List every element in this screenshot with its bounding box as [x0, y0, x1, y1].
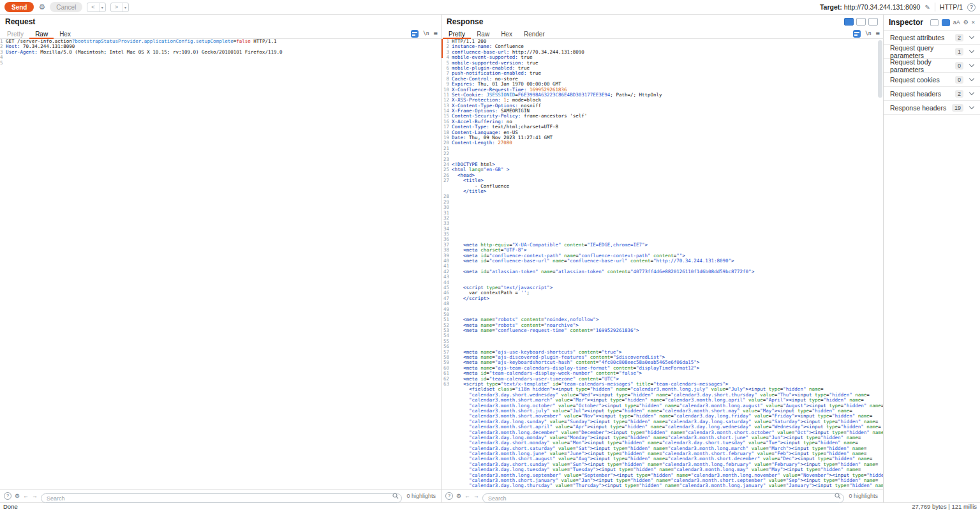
code-line: 20Content-Length: 27080 — [442, 140, 883, 146]
layout-split-vertical-icon[interactable] — [868, 18, 878, 26]
code-line: 42 <meta id="atlassian-token" name="atla… — [442, 269, 883, 274]
inspector-panel: Inspector aA ⚙ × Request attributes2Requ… — [884, 15, 980, 502]
request-panel-title: Request — [5, 17, 35, 26]
inspector-section-label: Request cookies — [890, 76, 955, 84]
request-panel-header: Request — [0, 15, 441, 29]
count-badge: 19 — [952, 104, 963, 112]
inspector-title: Inspector — [889, 18, 923, 27]
tab-pretty[interactable]: Pretty — [443, 29, 471, 39]
response-search-input[interactable] — [482, 493, 844, 503]
highlight-indicator-icon[interactable] — [853, 30, 861, 38]
code-line: 30 — [442, 205, 883, 210]
request-tabset: PrettyRawHex — [1, 29, 77, 38]
response-editor-icons: \n ≡ — [853, 29, 882, 38]
editor-menu-icon[interactable]: ≡ — [434, 30, 438, 37]
inspector-section-request-cookies[interactable]: Request cookies0 — [884, 73, 980, 87]
tab-raw[interactable]: Raw — [471, 29, 495, 39]
layout-toggle-group — [844, 18, 878, 26]
request-editor-icons: \n ≡ — [411, 29, 440, 38]
chevron-down-icon — [969, 104, 974, 109]
help-icon[interactable]: ? — [967, 3, 976, 11]
back-button[interactable]: < — [87, 3, 98, 11]
search-next-icon[interactable]: → — [32, 493, 38, 499]
chevron-down-icon — [969, 62, 974, 67]
tab-pretty[interactable]: Pretty — [1, 29, 29, 39]
count-badge: 0 — [955, 76, 963, 84]
inspector-section-request-body-parameters[interactable]: Request body parameters0 — [884, 59, 980, 73]
inspector-section-list: Request attributes2Request query paramet… — [884, 30, 980, 115]
response-stats: 27,769 bytes | 121 millis — [912, 503, 977, 510]
response-editor[interactable]: 1HTTP/1.1 2002instance-name: Confluence3… — [442, 39, 883, 489]
inspector-section-label: Request query parameters — [890, 44, 955, 59]
history-back-group: < ▾ — [87, 3, 105, 12]
search-prev-icon[interactable]: ← — [23, 493, 29, 499]
search-help-icon[interactable]: ? — [445, 492, 453, 500]
code-line: "calendar3.day.long.thursday" value="Thu… — [442, 483, 883, 488]
inspector-header-icons: aA ⚙ × — [930, 19, 975, 26]
request-highlight-count: 0 highlights — [405, 493, 437, 499]
inspector-settings-gear-icon[interactable]: ⚙ — [963, 20, 969, 26]
editor-menu-icon[interactable]: ≡ — [876, 30, 880, 37]
request-search-bar: ? ⚙ ← → 0 highlights — [0, 489, 441, 502]
forward-dropdown-caret-icon[interactable]: ▾ — [122, 3, 128, 11]
inspector-header: Inspector aA ⚙ × — [884, 15, 980, 30]
toolbar: Send ⚙ Cancel < ▾ > ▾ Target:http://70.3… — [0, 0, 980, 15]
layout-split-horizontal-icon[interactable] — [856, 18, 866, 26]
nonprinting-chars-icon[interactable]: \n — [423, 31, 429, 36]
search-prev-icon[interactable]: ← — [464, 493, 470, 499]
inspector-section-label: Request body parameters — [890, 58, 955, 73]
code-line: 25<html lang="en-GB" > — [442, 167, 883, 172]
edit-target-pencil-icon[interactable]: ✎ — [924, 4, 930, 11]
request-settings-gear-icon[interactable]: ⚙ — [38, 3, 45, 11]
request-search-input[interactable] — [41, 493, 402, 503]
request-editor[interactable]: 1GET /server-info.action?bootstrapStatus… — [0, 39, 441, 489]
main-area: Request PrettyRawHex \n ≡ 1GET /server-i… — [0, 15, 980, 502]
target-url: http://70.34.244.131:8090 — [844, 3, 921, 11]
response-panel-header: Response — [442, 15, 883, 29]
target-display: Target:http://70.34.244.131:8090 — [820, 3, 921, 11]
search-help-icon[interactable]: ? — [4, 492, 11, 500]
code-line: 21 — [442, 146, 883, 151]
forward-button[interactable]: > — [111, 3, 122, 11]
inspector-dock-icon[interactable] — [930, 19, 939, 26]
back-dropdown-caret-icon[interactable]: ▾ — [99, 3, 105, 11]
code-line: 54 — [442, 333, 883, 338]
code-line: 53 <meta name="confluence-request-time" … — [442, 328, 883, 333]
response-panel: Response PrettyRawHexRender \n ≡ 1HTTP/1… — [442, 15, 884, 502]
search-settings-gear-icon[interactable]: ⚙ — [15, 493, 20, 499]
code-line: 26 <head> — [442, 173, 883, 178]
send-button[interactable]: Send — [4, 2, 34, 12]
inspector-dock-active-icon[interactable] — [942, 19, 950, 26]
code-line: 46 var contextPath = ''; — [442, 290, 883, 296]
highlight-indicator-icon[interactable] — [411, 30, 419, 38]
layout-combined-icon[interactable] — [844, 18, 854, 26]
tab-render[interactable]: Render — [518, 29, 551, 39]
inspector-close-icon[interactable]: × — [972, 20, 975, 26]
search-next-icon[interactable]: → — [473, 493, 479, 499]
code-line: - Confluence — [442, 184, 883, 189]
response-tabset: PrettyRawHexRender — [443, 29, 551, 38]
http-version-selector[interactable]: HTTP/1 — [940, 3, 963, 11]
code-line: 4 — [0, 55, 441, 60]
response-highlight-count: 0 highlights — [847, 493, 879, 499]
response-search-field-wrap — [482, 491, 844, 501]
code-line: 3User-Agent: Mozilla/5.0 (Macintosh; Int… — [0, 50, 441, 55]
code-line: 29 — [442, 200, 883, 205]
search-settings-gear-icon[interactable]: ⚙ — [456, 493, 461, 499]
tab-hex[interactable]: Hex — [495, 29, 518, 39]
request-search-field-wrap — [41, 491, 402, 501]
tab-hex[interactable]: Hex — [54, 29, 77, 39]
font-size-icon[interactable]: aA — [953, 20, 960, 26]
chevron-down-icon — [969, 76, 974, 81]
inspector-section-request-query-parameters[interactable]: Request query parameters1 — [884, 45, 980, 59]
count-badge: 2 — [955, 90, 963, 98]
inspector-section-response-headers[interactable]: Response headers19 — [884, 101, 980, 115]
nonprinting-chars-icon[interactable]: \n — [865, 31, 872, 36]
response-search-bar: ? ⚙ ← → 0 highlights — [442, 489, 883, 502]
tab-raw[interactable]: Raw — [29, 29, 54, 39]
cancel-button[interactable]: Cancel — [50, 2, 82, 12]
inspector-section-request-attributes[interactable]: Request attributes2 — [884, 31, 980, 45]
inspector-section-request-headers[interactable]: Request headers2 — [884, 87, 980, 101]
response-scrollbar-thumb[interactable] — [878, 40, 882, 98]
count-badge: 0 — [955, 62, 963, 70]
